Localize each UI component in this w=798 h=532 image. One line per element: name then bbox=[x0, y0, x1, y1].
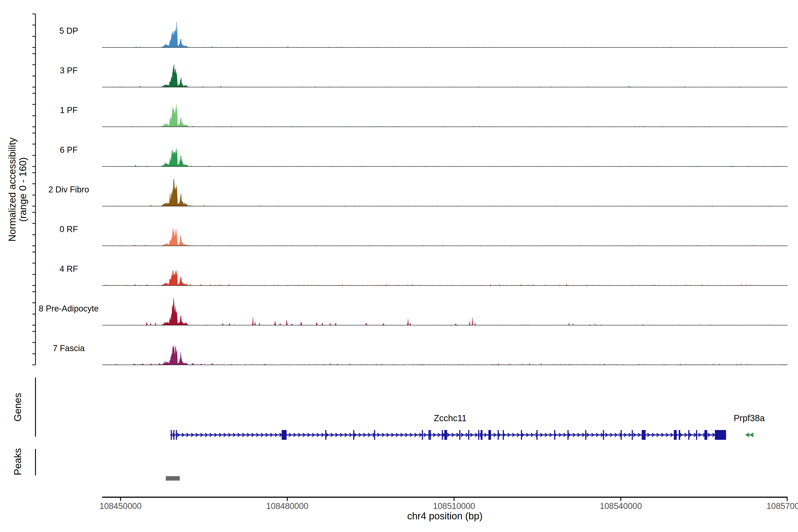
gene-exon bbox=[282, 430, 287, 440]
x-tick-label: 108480000 bbox=[266, 501, 308, 511]
gene-exon bbox=[642, 430, 646, 440]
gene-exon bbox=[430, 430, 431, 440]
x-tick-label: 108570000 bbox=[766, 501, 798, 511]
gene-name-label: Zcchc11 bbox=[434, 413, 467, 423]
gene-exon bbox=[715, 430, 726, 440]
track-label-0-rf: 0 RF bbox=[60, 225, 78, 234]
track-label-5-dp: 5 DP bbox=[59, 26, 78, 36]
gene-exon bbox=[176, 430, 177, 440]
gene-exon bbox=[488, 430, 491, 440]
gene-exon bbox=[621, 430, 622, 440]
gene-exon bbox=[429, 430, 430, 440]
gene-exon bbox=[422, 430, 423, 440]
track-label-2-div-fibro: 2 Div Fibro bbox=[48, 185, 89, 194]
gene-exon bbox=[585, 430, 586, 440]
x-tick-label: 108540000 bbox=[600, 501, 642, 511]
gene-exon bbox=[442, 430, 443, 440]
track-label-4-rf: 4 RF bbox=[60, 264, 78, 273]
gene-exon bbox=[478, 430, 479, 440]
y-axis-title-line2: (range 0 - 160) bbox=[17, 157, 28, 222]
gene-exon bbox=[444, 430, 447, 440]
genome-browser-figure: Normalized accessibility (range 0 - 160)… bbox=[0, 0, 798, 532]
track-label-8-pre-adipocyte: 8 Pre-Adipocyte bbox=[39, 304, 99, 313]
gene-exon bbox=[679, 430, 680, 440]
gene-exon bbox=[173, 430, 174, 440]
gene-exon bbox=[688, 430, 689, 440]
gene-exon bbox=[632, 430, 633, 440]
track-label-3-pf: 3 PF bbox=[60, 66, 78, 75]
gene-name-label: Prpf38a bbox=[734, 413, 765, 423]
gene-exon bbox=[459, 430, 460, 440]
gene-exon bbox=[521, 430, 522, 440]
gene-exon bbox=[554, 430, 555, 440]
gene-exon bbox=[503, 430, 504, 440]
track-label-7-fascia: 7 Fascia bbox=[53, 344, 85, 353]
gene-exon bbox=[674, 430, 677, 440]
x-tick-label: 108450000 bbox=[99, 501, 141, 511]
track-label-1-pf: 1 PF bbox=[60, 106, 78, 115]
gene-exon bbox=[374, 430, 375, 440]
gene-exon bbox=[171, 430, 172, 440]
gene-exon bbox=[603, 430, 604, 440]
x-tick-label: 108510000 bbox=[433, 501, 475, 511]
peaks-section-label: Peaks bbox=[12, 448, 23, 475]
gene-exon bbox=[498, 430, 499, 440]
gene-exon bbox=[568, 430, 569, 440]
gene-exon bbox=[468, 430, 469, 440]
figure-background bbox=[0, 0, 798, 532]
genes-section-label: Genes bbox=[12, 393, 23, 422]
peak-region-bar bbox=[166, 476, 180, 480]
gene-exon bbox=[536, 430, 537, 440]
gene-exon bbox=[325, 430, 326, 440]
y-axis-title-line1: Normalized accessibility bbox=[7, 137, 18, 241]
x-axis-title: chr4 position (bp) bbox=[407, 511, 482, 521]
track-label-6-pf: 6 PF bbox=[60, 145, 78, 154]
gene-exon bbox=[704, 430, 707, 440]
gene-exon bbox=[353, 430, 354, 440]
gene-exon bbox=[696, 430, 697, 440]
gene-exon bbox=[480, 430, 482, 440]
peak-regions bbox=[166, 476, 180, 480]
